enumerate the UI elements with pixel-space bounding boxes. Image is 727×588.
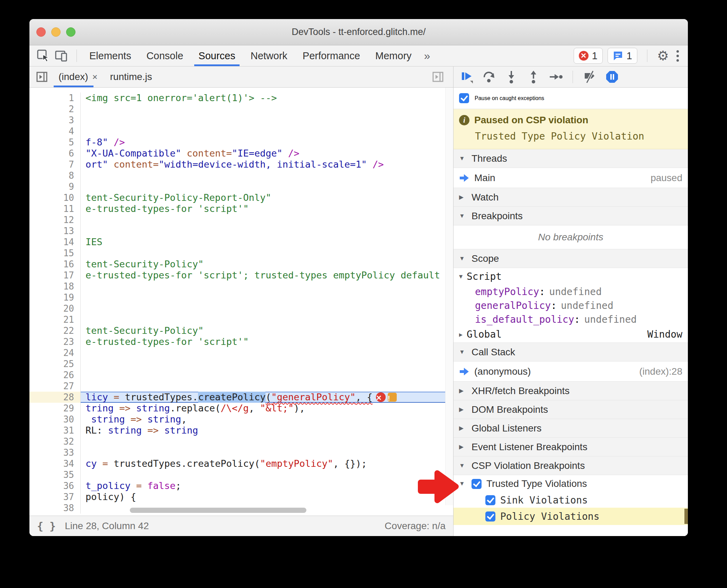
line-number[interactable]: 36: [29, 480, 81, 491]
dom-breakpoints-section-header[interactable]: ▶ DOM Breakpoints: [454, 400, 688, 419]
line-number[interactable]: 10: [29, 192, 81, 203]
vertical-scrollbar[interactable]: [445, 88, 453, 505]
pretty-print-icon[interactable]: { }: [37, 520, 56, 532]
line-number[interactable]: 15: [29, 248, 81, 259]
line-number[interactable]: 3: [29, 115, 81, 126]
line-number[interactable]: 13: [29, 225, 81, 237]
call-stack-frame-row[interactable]: (anonymous) (index):28: [454, 362, 688, 382]
line-number[interactable]: 17: [29, 270, 81, 281]
line-number[interactable]: 33: [29, 447, 81, 458]
line-number[interactable]: 38: [29, 502, 81, 514]
device-toolbar-icon[interactable]: [54, 48, 69, 63]
open-file-panel-icon[interactable]: [430, 69, 446, 84]
line-number[interactable]: 9: [29, 181, 81, 192]
inline-issue-icon[interactable]: !: [388, 393, 397, 402]
more-options-icon[interactable]: [674, 50, 682, 62]
line-number[interactable]: 34: [29, 458, 81, 469]
message-count-badge[interactable]: 1: [608, 48, 637, 64]
tab-performance[interactable]: Performance: [295, 45, 368, 66]
watch-section-header[interactable]: ▶ Watch: [454, 188, 688, 207]
tab-network[interactable]: Network: [243, 45, 295, 66]
csp-violation-breakpoints-section-header[interactable]: ▼ CSP Violation Breakpoints: [454, 456, 688, 475]
file-tab-index[interactable]: (index) ×: [52, 66, 104, 87]
global-listeners-section-header[interactable]: ▶ Global Listeners: [454, 419, 688, 438]
line-number[interactable]: 35: [29, 469, 81, 480]
line-number[interactable]: 7: [29, 159, 81, 170]
code-text: [81, 358, 453, 369]
line-number[interactable]: 32: [29, 436, 81, 447]
file-tab-runtime[interactable]: runtime.js: [104, 66, 158, 87]
line-number[interactable]: 31: [29, 425, 81, 436]
line-number[interactable]: 1: [29, 92, 81, 104]
deactivate-breakpoints-button[interactable]: [580, 69, 600, 85]
step-into-button[interactable]: [501, 69, 521, 85]
scope-variable-row[interactable]: emptyPolicy: undefined: [454, 285, 688, 299]
line-number[interactable]: 16: [29, 259, 81, 270]
step-button[interactable]: [546, 69, 566, 85]
line-number[interactable]: 12: [29, 214, 81, 225]
call-stack-frame-location: (index):28: [639, 366, 682, 377]
inline-error-icon[interactable]: ✕: [376, 392, 386, 402]
line-number[interactable]: 29: [29, 403, 81, 414]
line-number[interactable]: 6: [29, 148, 81, 159]
step-over-button[interactable]: [479, 69, 499, 85]
resume-script-button[interactable]: [457, 69, 477, 85]
inspect-element-icon[interactable]: [36, 48, 51, 63]
call-stack-section-header[interactable]: ▼ Call Stack: [454, 343, 688, 362]
error-count-badge[interactable]: ✕ 1: [574, 48, 603, 64]
sink-violations-checkbox[interactable]: [485, 495, 495, 505]
show-navigator-icon[interactable]: [34, 69, 50, 84]
line-number[interactable]: 4: [29, 126, 81, 137]
pause-on-caught-row[interactable]: Pause on caught exceptions: [454, 88, 688, 109]
collapse-triangle-icon: ▼: [459, 213, 467, 220]
more-tabs-icon[interactable]: »: [419, 50, 435, 62]
thread-main-row[interactable]: Main paused: [454, 168, 688, 188]
pause-on-caught-checkbox[interactable]: [459, 93, 469, 103]
threads-section-header[interactable]: ▼ Threads: [454, 149, 688, 168]
tab-memory[interactable]: Memory: [368, 45, 419, 66]
line-number[interactable]: 37: [29, 491, 81, 502]
line-number[interactable]: 8: [29, 170, 81, 181]
tab-console[interactable]: Console: [139, 45, 191, 66]
code-editor[interactable]: 1<img src=1 onerror='alert(1)'> -->2345f…: [29, 88, 453, 516]
tab-elements[interactable]: Elements: [82, 45, 139, 66]
settings-gear-icon[interactable]: ⚙: [657, 49, 669, 62]
line-number[interactable]: 20: [29, 303, 81, 314]
step-out-button[interactable]: [523, 69, 544, 85]
horizontal-scrollbar-thumb[interactable]: [130, 508, 306, 513]
line-number[interactable]: 2: [29, 104, 81, 115]
line-number[interactable]: 28: [29, 392, 81, 403]
trusted-type-violations-checkbox[interactable]: [472, 479, 482, 489]
line-number[interactable]: 21: [29, 314, 81, 325]
toolbar-divider-2: [647, 50, 647, 62]
trusted-type-violations-row[interactable]: ▼ Trusted Type Violations: [454, 475, 688, 492]
close-tab-icon[interactable]: ×: [92, 72, 98, 82]
sink-violations-row[interactable]: Sink Violations: [454, 492, 688, 508]
pause-on-exceptions-button[interactable]: [602, 69, 622, 85]
line-number[interactable]: 23: [29, 336, 81, 347]
scope-script-row[interactable]: ▼ Script: [454, 268, 688, 285]
line-number[interactable]: 27: [29, 381, 81, 392]
event-listener-breakpoints-section-header[interactable]: ▶ Event Listener Breakpoints: [454, 438, 688, 456]
line-number[interactable]: 30: [29, 414, 81, 425]
scope-section-header[interactable]: ▼ Scope: [454, 249, 688, 268]
line-number[interactable]: 5: [29, 137, 81, 148]
tab-sources[interactable]: Sources: [191, 45, 243, 66]
line-number[interactable]: 26: [29, 369, 81, 381]
scope-variable-row[interactable]: generalPolicy: undefined: [454, 299, 688, 312]
line-number[interactable]: 14: [29, 237, 81, 248]
scope-variable-row[interactable]: is_default_policy: undefined: [454, 312, 688, 326]
scope-global-row[interactable]: ▶ Global Window: [454, 326, 688, 343]
scrollbar-thumb[interactable]: [684, 509, 688, 524]
line-number[interactable]: 18: [29, 281, 81, 292]
policy-violations-checkbox[interactable]: [485, 511, 495, 522]
line-number[interactable]: 11: [29, 203, 81, 214]
line-number[interactable]: 24: [29, 347, 81, 358]
breakpoints-section-header[interactable]: ▼ Breakpoints: [454, 207, 688, 225]
policy-violations-row[interactable]: Policy Violations: [454, 508, 688, 525]
line-number[interactable]: 19: [29, 292, 81, 303]
scope-global-value: Window: [647, 329, 682, 340]
line-number[interactable]: 22: [29, 325, 81, 336]
xhr-breakpoints-section-header[interactable]: ▶ XHR/fetch Breakpoints: [454, 382, 688, 400]
line-number[interactable]: 25: [29, 358, 81, 369]
